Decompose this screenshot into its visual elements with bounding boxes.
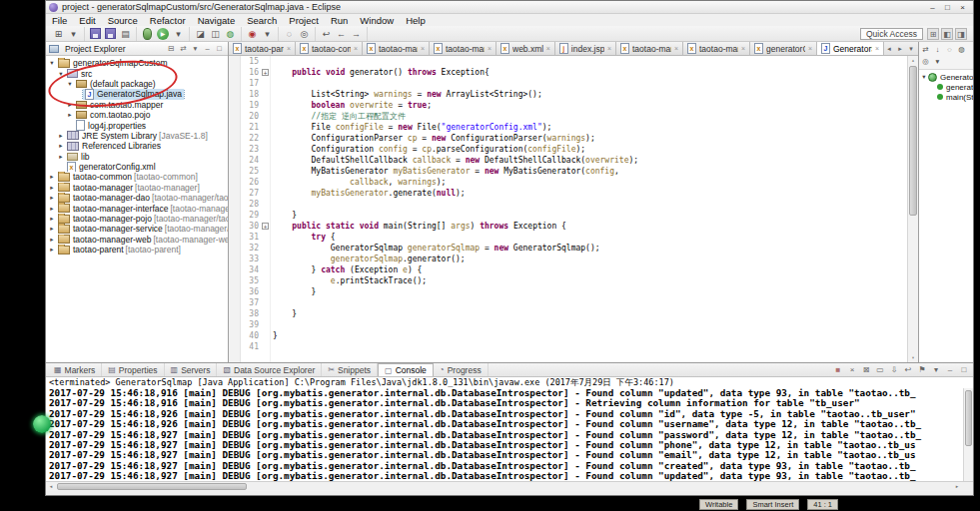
console-horizontal-scrollbar[interactable] (46, 481, 973, 491)
external-tools-icon[interactable]: ◉ (246, 27, 259, 41)
line-numbers[interactable]: 1516171819202122232425262728293031323334… (241, 56, 261, 362)
print-icon[interactable]: ▤ (119, 27, 132, 41)
open-console-dropdown-icon[interactable]: ▾ (930, 364, 942, 376)
console-view-tab-markers[interactable]: ▦Markers (48, 363, 102, 376)
outline-item[interactable]: main(String[] args) (919, 92, 973, 102)
close-tab-icon[interactable]: × (741, 45, 745, 52)
menu-refactor[interactable]: Refactor (144, 15, 192, 26)
new-wizard-icon[interactable]: ⊞ (52, 27, 65, 41)
save-icon[interactable] (90, 28, 101, 39)
editor-tab[interactable]: taotao-pare× (229, 42, 296, 55)
hide-static-icon[interactable]: ◍ (956, 44, 967, 55)
open-perspective-icon[interactable]: ⊞ (927, 28, 939, 40)
expand-arrow[interactable]: ▸ (48, 246, 56, 254)
save-all-icon[interactable] (105, 28, 116, 39)
expand-arrow[interactable]: ▾ (48, 59, 56, 67)
perspective-javaee-icon[interactable]: ◧ (941, 28, 953, 40)
external-tools-dropdown-icon[interactable]: ▾ (261, 27, 274, 41)
terminate-icon[interactable]: ■ (832, 364, 844, 376)
editor-tab[interactable]: GeneratorSq× (817, 42, 884, 55)
tab-scroll-left-icon[interactable]: ◂ (884, 43, 894, 55)
tree-item[interactable]: ▸Referenced Libraries (46, 141, 228, 151)
menu-project[interactable]: Project (283, 15, 325, 26)
new-package-icon[interactable]: ◫ (209, 27, 222, 41)
last-edit-location-icon[interactable]: ↩ (320, 27, 333, 41)
editor-tab[interactable]: taotao-manag× (430, 42, 496, 55)
tree-item[interactable]: ▾(default package) (46, 79, 228, 89)
tree-item[interactable]: ▾src (46, 68, 228, 78)
minimize-panel-icon[interactable]: – (944, 364, 956, 376)
remove-all-launches-icon[interactable]: ⊠ (860, 364, 872, 376)
code-lines[interactable]: public void generator() throws Exception… (271, 56, 907, 362)
editor-tab[interactable]: taotao-manag× (683, 42, 750, 55)
close-tab-icon[interactable]: × (354, 45, 358, 52)
maximize-button[interactable]: □ (940, 2, 955, 13)
console-view-tab-properties[interactable]: ▤Properties (102, 363, 164, 376)
clear-console-icon[interactable]: ▭ (874, 364, 886, 376)
close-tab-icon[interactable]: × (875, 45, 879, 52)
close-tab-icon[interactable]: × (674, 45, 678, 52)
tree-item[interactable]: ▾generatorSqlmapCustom (46, 58, 228, 68)
fold-bar[interactable]: ++ (261, 56, 271, 362)
editor-tab[interactable]: taotao-manag× (616, 42, 683, 55)
close-tab-icon[interactable]: × (488, 45, 491, 52)
hide-non-public-icon[interactable]: ◎ (920, 56, 931, 67)
console-view-tab-progress[interactable]: ◔Progress (434, 363, 489, 376)
expand-arrow[interactable]: ▸ (48, 205, 56, 213)
close-tab-icon[interactable]: × (607, 45, 611, 52)
view-menu-icon[interactable]: ▾ (190, 43, 201, 54)
editor-tab[interactable]: generatorCo× (750, 42, 817, 55)
scroll-right-icon[interactable] (952, 482, 962, 491)
menu-file[interactable]: File (46, 15, 73, 26)
tree-item[interactable]: ▸JRE System Library[JavaSE-1.8] (46, 131, 228, 141)
close-button[interactable]: × (955, 2, 970, 13)
expand-arrow[interactable]: ▸ (48, 215, 56, 223)
editor-vertical-scrollbar[interactable] (907, 56, 918, 362)
outline-item[interactable]: generator() (919, 82, 973, 92)
menu-edit[interactable]: Edit (73, 15, 101, 26)
tree-item[interactable]: ▸lib (46, 152, 228, 162)
tree-item[interactable]: ▸taotao-manager-pojo[taotao-manager/taot… (46, 214, 228, 224)
new-java-project-icon[interactable]: ◪ (194, 27, 207, 41)
tree-item[interactable]: generatorConfig.xml (46, 162, 228, 172)
close-tab-icon[interactable]: × (808, 45, 812, 52)
expand-arrow[interactable]: ▸ (57, 132, 65, 140)
tree-item[interactable]: ▸taotao-parent[taotao-parent] (46, 245, 228, 255)
expand-arrow[interactable]: ▾ (66, 80, 74, 88)
console-output[interactable]: 2017-07-29 15:46:18,916 [main] DEBUG [or… (46, 388, 973, 481)
expand-arrow[interactable]: ▸ (48, 194, 56, 202)
menu-search[interactable]: Search (241, 15, 283, 26)
debug-icon[interactable] (143, 28, 152, 40)
expand-arrow[interactable]: ▸ (48, 184, 56, 192)
tree-item[interactable]: ▸com.taotao.pojo (46, 110, 228, 120)
expand-arrow[interactable]: ▾ (57, 70, 65, 78)
scroll-up-icon[interactable] (908, 56, 918, 65)
link-with-editor-icon[interactable]: ⇄ (178, 43, 189, 54)
minimize-button[interactable]: – (925, 2, 940, 13)
tree-item[interactable]: ▸com.taotao.mapper (46, 100, 228, 110)
tree-item[interactable]: ▸taotao-manager[taotao-manager] (46, 183, 228, 193)
maximize-panel-icon[interactable]: □ (958, 364, 970, 376)
close-tab-icon[interactable]: × (421, 45, 425, 52)
editor-scroll-thumb[interactable] (909, 66, 917, 216)
word-wrap-icon[interactable]: ↩ (902, 364, 914, 376)
minimize-panel-icon[interactable]: – (202, 43, 213, 54)
close-tab-icon[interactable]: × (546, 45, 550, 52)
outline-item[interactable]: ▾GeneratorSqlmap (919, 72, 973, 82)
remove-launch-icon[interactable]: × (846, 364, 858, 376)
tree-item[interactable]: GeneratorSqlmap.java (46, 89, 228, 99)
console-view-tab-data-source-explorer[interactable]: ▧Data Source Explorer (217, 363, 322, 376)
forward-icon[interactable]: → (350, 27, 363, 41)
menu-help[interactable]: Help (400, 15, 432, 26)
menu-source[interactable]: Source (102, 15, 144, 26)
expand-arrow[interactable]: ▾ (920, 73, 928, 81)
console-view-tab-servers[interactable]: ▥Servers (165, 363, 218, 376)
close-tab-icon[interactable]: × (287, 45, 291, 52)
console-vertical-scrollbar[interactable] (963, 388, 973, 481)
editor-tab[interactable]: index.jsp× (555, 42, 616, 55)
open-type-icon[interactable]: ◎ (298, 27, 311, 41)
explorer-title[interactable]: Project Explorer (65, 44, 125, 54)
tab-list-icon[interactable]: ▾ (906, 43, 916, 55)
quick-access-button[interactable]: Quick Access (860, 28, 923, 40)
status-field[interactable]: Writable (699, 499, 738, 510)
